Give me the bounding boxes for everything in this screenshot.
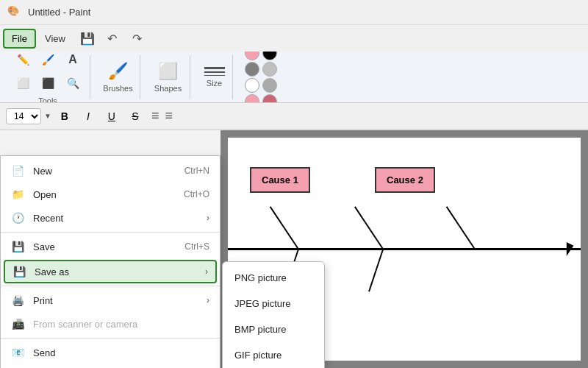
scanner-label: From scanner or camera <box>33 319 209 330</box>
font-size-select[interactable]: 14 10 12 16 18 24 <box>6 108 41 124</box>
new-icon: 📄 <box>11 165 24 177</box>
saveas-submenu: PNG picture JPEG picture BMP picture GIF… <box>222 261 325 368</box>
app-icon: 🎨 <box>7 5 22 20</box>
menu-item-send[interactable]: 📧 Send <box>1 341 220 364</box>
scanner-icon: 📠 <box>11 318 24 330</box>
send-icon: 📧 <box>11 347 24 358</box>
menu-view[interactable]: View <box>37 30 73 47</box>
color-pink[interactable] <box>245 52 259 60</box>
brushes-label: Brushes <box>103 84 132 93</box>
menu-item-recent[interactable]: 🕐 Recent › <box>1 206 220 230</box>
ribbon-area: File View 💾 ↶ ↷ ✏️ 🖌️ A ⬜ ⬛ 🔍 <box>0 25 588 130</box>
svg-line-5 <box>369 250 383 292</box>
menu-item-print[interactable]: 🖨️ Print › <box>1 289 220 312</box>
new-label: New <box>33 166 176 177</box>
color-gray[interactable] <box>245 62 259 77</box>
menu-bar: File View 💾 ↶ ↷ <box>0 25 588 52</box>
open-label: Open <box>33 189 175 200</box>
tools-icons: ✏️ 🖌️ A <box>12 52 84 70</box>
underline-btn[interactable]: U <box>101 107 122 126</box>
svg-line-3 <box>447 207 475 250</box>
cause1-box: Cause 1 <box>250 167 310 193</box>
save-label: Save <box>33 241 176 252</box>
saveas-jpeg[interactable]: JPEG picture <box>223 291 324 316</box>
colors-group <box>239 55 284 99</box>
dropdown-icon: ▼ <box>44 112 51 120</box>
brushes-group: 🖌️ Brushes <box>96 55 140 99</box>
redo-btn[interactable]: ↷ <box>127 28 148 49</box>
save-quick-btn[interactable]: 💾 <box>77 28 98 49</box>
menu-file[interactable]: File <box>3 29 36 49</box>
menu-item-desktop[interactable]: 🖥️ Set as desktop background › <box>1 364 220 368</box>
menu-item-saveas[interactable]: 💾 Save as › PNG picture JPEG picture BMP… <box>4 260 217 283</box>
undo-btn[interactable]: ↶ <box>102 28 123 49</box>
print-arrow: › <box>207 295 209 305</box>
saveas-gif[interactable]: GIF picture <box>223 342 324 368</box>
save-icon: 💾 <box>11 241 24 252</box>
open-shortcut: Ctrl+O <box>184 189 209 199</box>
brushes-icon: 🖌️ <box>108 62 128 81</box>
menu-item-scanner: 📠 From scanner or camera <box>1 312 220 336</box>
text-btn[interactable]: A <box>62 52 84 70</box>
recent-icon: 🕐 <box>11 212 24 224</box>
size-icon <box>204 67 225 76</box>
title-bar: 🎨 Untitled - Paint <box>0 0 588 25</box>
separator-1 <box>1 232 220 233</box>
new-shortcut: Ctrl+N <box>184 166 209 176</box>
menu-item-open[interactable]: 📁 Open Ctrl+O <box>1 183 220 206</box>
main-content: Cause 1 Cause 2 m 📄 New Ctrl+N 📁 <box>0 130 588 368</box>
magnify-btn[interactable]: 🔍 <box>62 73 84 93</box>
shapes-group: ⬜ Shapes <box>146 55 190 99</box>
shapes-icon: ⬜ <box>158 62 178 81</box>
file-menu-overlay: 📄 New Ctrl+N 📁 Open Ctrl+O 🕐 Recent › 💾 <box>0 155 220 368</box>
recent-arrow: › <box>207 213 209 223</box>
align2-icon: ≡ <box>165 108 173 124</box>
tools-group: ✏️ 🖌️ A ⬜ ⬛ 🔍 Tools <box>6 55 90 99</box>
send-label: Send <box>33 347 209 358</box>
italic-btn[interactable]: I <box>78 107 98 126</box>
cause2-box: Cause 2 <box>375 167 435 193</box>
app-window: 🎨 Untitled - Paint File View 💾 ↶ ↷ ✏️ 🖌️… <box>0 0 588 368</box>
color-rose[interactable] <box>262 94 277 104</box>
print-label: Print <box>33 295 198 306</box>
file-menu: 📄 New Ctrl+N 📁 Open Ctrl+O 🕐 Recent › 💾 <box>0 155 220 368</box>
svg-line-1 <box>270 207 298 250</box>
size-group: Size <box>196 55 233 99</box>
svg-line-2 <box>355 207 383 250</box>
fill-btn[interactable]: ⬛ <box>37 73 59 93</box>
ribbon-quick-access: 💾 ↶ ↷ <box>77 28 148 49</box>
color-swatches <box>245 52 279 103</box>
eraser-btn[interactable]: ⬜ <box>12 73 34 93</box>
save-shortcut: Ctrl+S <box>184 241 209 252</box>
color-pink2[interactable] <box>245 94 259 104</box>
color-black[interactable] <box>262 52 277 60</box>
format-bar: 14 10 12 16 18 24 ▼ B I U S ≡ ≡ <box>0 103 588 130</box>
menu-item-new[interactable]: 📄 New Ctrl+N <box>1 159 220 183</box>
saveas-icon: 💾 <box>12 266 26 277</box>
color-white[interactable] <box>245 78 259 93</box>
saveas-label: Save as <box>35 266 196 277</box>
align-icon: ≡ <box>151 108 159 124</box>
bold-btn[interactable]: B <box>54 107 75 126</box>
tools-label: Tools <box>38 96 57 104</box>
separator-2 <box>1 286 220 286</box>
shapes-label: Shapes <box>154 84 182 93</box>
print-icon: 🖨️ <box>11 294 24 306</box>
separator-3 <box>1 338 220 339</box>
toolbar-ribbon: ✏️ 🖌️ A ⬜ ⬛ 🔍 Tools 🖌️ Brushes ⬜ Sha <box>0 52 588 103</box>
title-bar-text: Untitled - Paint <box>28 7 90 18</box>
size-label: Size <box>207 79 222 88</box>
tools-icons2: ⬜ ⬛ 🔍 <box>12 73 84 93</box>
pencil-btn[interactable]: ✏️ <box>12 52 34 70</box>
brush-btn[interactable]: 🖌️ <box>37 52 59 70</box>
saveas-arrow: › <box>205 266 208 277</box>
saveas-png[interactable]: PNG picture <box>223 265 324 291</box>
strikethrough-btn[interactable]: S <box>125 107 146 126</box>
color-mid-gray[interactable] <box>262 78 277 93</box>
recent-label: Recent <box>33 213 198 224</box>
menu-item-save[interactable]: 💾 Save Ctrl+S <box>1 235 220 258</box>
color-silver[interactable] <box>262 62 277 77</box>
open-icon: 📁 <box>11 188 24 200</box>
saveas-bmp[interactable]: BMP picture <box>223 316 324 342</box>
